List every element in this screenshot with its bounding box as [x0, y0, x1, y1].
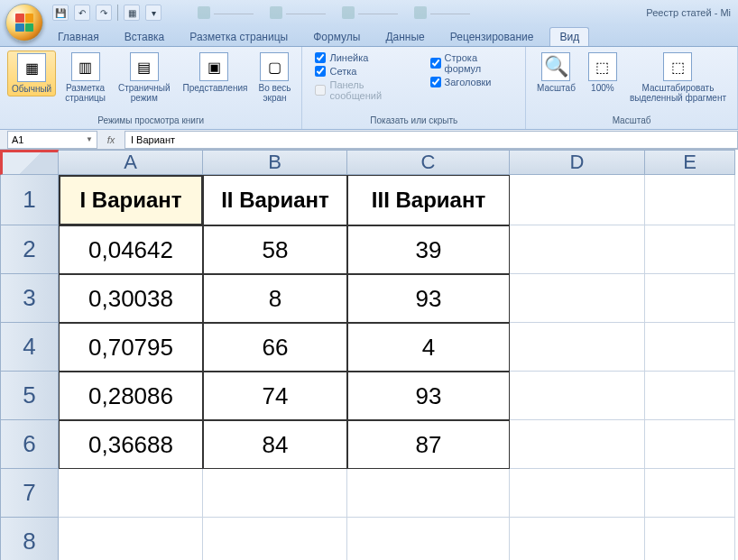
row-header-7[interactable]: 7: [0, 469, 59, 518]
qat-undo-button[interactable]: ↶: [74, 5, 90, 21]
row-header-2[interactable]: 2: [0, 225, 59, 274]
tab-home[interactable]: Главная: [49, 28, 108, 46]
cell-E2[interactable]: [645, 225, 735, 274]
tab-insert[interactable]: Вставка: [115, 28, 174, 46]
cell-A5[interactable]: 0,28086: [59, 372, 203, 420]
cell-A4[interactable]: 0,70795: [59, 323, 203, 372]
view-page-layout-button[interactable]: ▥ Разметка страницы: [61, 50, 109, 105]
normal-view-icon: ▦: [17, 53, 46, 82]
name-box[interactable]: A1 ▼: [7, 131, 97, 149]
qat-save-button[interactable]: 💾: [52, 5, 69, 21]
cell-B8[interactable]: [203, 518, 347, 560]
name-box-dropdown-icon: ▼: [86, 135, 93, 143]
cell-C2[interactable]: 39: [347, 225, 510, 274]
page-break-icon: ▤: [130, 52, 159, 81]
cell-D1[interactable]: [510, 175, 645, 225]
zoom-100-icon: ⬚: [588, 52, 617, 81]
view-custom-button[interactable]: ▣ Представления: [179, 50, 249, 95]
zoom-button[interactable]: 🔍 Масштаб: [533, 50, 579, 95]
formula-input[interactable]: I Вариант: [125, 131, 738, 149]
view-fullscreen-button[interactable]: ▢ Во весь экран: [254, 50, 294, 105]
row-header-8[interactable]: 8: [0, 518, 59, 560]
cell-B2[interactable]: 58: [203, 225, 347, 274]
cell-A6[interactable]: 0,36688: [59, 420, 203, 469]
row-header-3[interactable]: 3: [0, 274, 59, 323]
view-normal-button[interactable]: ▦ Обычный: [7, 50, 56, 96]
cell-B4[interactable]: 66: [203, 323, 347, 372]
cell-C6[interactable]: 87: [347, 420, 510, 469]
cell-B7[interactable]: [203, 469, 347, 518]
col-header-B[interactable]: B: [203, 150, 347, 175]
cell-E6[interactable]: [645, 420, 735, 469]
group-zoom-label: Масштаб: [533, 114, 730, 125]
ribbon-tabs: Главная Вставка Разметка страницы Формул…: [0, 25, 738, 47]
cell-C8[interactable]: [347, 518, 510, 560]
row-header-4[interactable]: 4: [0, 323, 59, 372]
col-header-A[interactable]: A: [59, 150, 203, 175]
cell-D6[interactable]: [510, 420, 645, 469]
chk-headings[interactable]: Заголовки: [430, 77, 512, 87]
office-button[interactable]: [5, 4, 43, 41]
row-header-1[interactable]: 1: [0, 175, 59, 225]
row-header-5[interactable]: 5: [0, 372, 59, 420]
chk-headings-label: Заголовки: [445, 77, 492, 87]
cell-D7[interactable]: [510, 469, 645, 518]
qat-dropdown[interactable]: ▾: [145, 5, 161, 21]
zoom-selection-button[interactable]: ⬚ Масштабировать выделенный фрагмент: [626, 50, 730, 105]
cell-D3[interactable]: [510, 274, 645, 323]
name-box-value: A1: [12, 134, 23, 145]
cell-D5[interactable]: [510, 372, 645, 420]
cell-B6[interactable]: 84: [203, 420, 347, 469]
col-header-E[interactable]: E: [645, 150, 735, 175]
col-header-D[interactable]: D: [510, 150, 645, 175]
page-layout-icon: ▥: [71, 52, 100, 81]
chk-formula-bar[interactable]: Строка формул: [430, 52, 512, 74]
cell-E4[interactable]: [645, 323, 735, 372]
cell-D8[interactable]: [510, 518, 645, 560]
zoom-100-button[interactable]: ⬚ 100%: [585, 50, 621, 95]
select-all-corner[interactable]: [0, 150, 59, 175]
cell-A7[interactable]: [59, 469, 203, 518]
cell-A3[interactable]: 0,30038: [59, 274, 203, 323]
col-header-C[interactable]: C: [347, 150, 510, 175]
chk-formula-bar-label: Строка формул: [445, 52, 512, 74]
cell-B1[interactable]: II Вариант: [203, 175, 347, 225]
qat-redo-button[interactable]: ↷: [96, 5, 112, 21]
chk-messages: Панель сообщений: [315, 79, 413, 101]
row-header-6[interactable]: 6: [0, 420, 59, 469]
tab-review[interactable]: Рецензирование: [441, 28, 543, 46]
chk-ruler[interactable]: Линейка: [315, 52, 413, 63]
cell-E1[interactable]: [645, 175, 735, 225]
chk-gridlines[interactable]: Сетка: [315, 66, 413, 77]
cell-E8[interactable]: [645, 518, 735, 560]
cell-C5[interactable]: 93: [347, 372, 510, 420]
cell-D4[interactable]: [510, 323, 645, 372]
view-normal-label: Обычный: [12, 84, 51, 94]
cell-A1[interactable]: I Вариант: [59, 175, 203, 225]
tab-data[interactable]: Данные: [376, 28, 433, 46]
view-custom-label: Представления: [182, 83, 245, 93]
cell-E7[interactable]: [645, 469, 735, 518]
cell-C7[interactable]: [347, 469, 510, 518]
tab-formulas[interactable]: Формулы: [304, 28, 369, 46]
cell-A8[interactable]: [59, 518, 203, 560]
view-fullscreen-label: Во весь экран: [258, 83, 291, 103]
window-title: Реестр статей - Mi: [646, 7, 731, 18]
spreadsheet-grid[interactable]: A B C D E 1 I Вариант II Вариант III Вар…: [0, 150, 738, 560]
cell-B5[interactable]: 74: [203, 372, 347, 420]
cell-E5[interactable]: [645, 372, 735, 420]
cell-B3[interactable]: 8: [203, 274, 347, 323]
chk-ruler-label: Линейка: [329, 52, 368, 63]
cell-E3[interactable]: [645, 274, 735, 323]
cell-C3[interactable]: 93: [347, 274, 510, 323]
cell-C4[interactable]: 4: [347, 323, 510, 372]
tab-page-layout[interactable]: Разметка страницы: [180, 28, 297, 46]
zoom-label: Масштаб: [537, 83, 576, 93]
qat-custom-1[interactable]: ▦: [124, 5, 140, 21]
fx-button[interactable]: fx: [103, 132, 119, 148]
view-page-break-button[interactable]: ▤ Страничный режим: [115, 50, 174, 105]
cell-A2[interactable]: 0,04642: [59, 225, 203, 274]
cell-D2[interactable]: [510, 225, 645, 274]
cell-C1[interactable]: III Вариант: [347, 175, 510, 225]
tab-view[interactable]: Вид: [549, 27, 589, 46]
